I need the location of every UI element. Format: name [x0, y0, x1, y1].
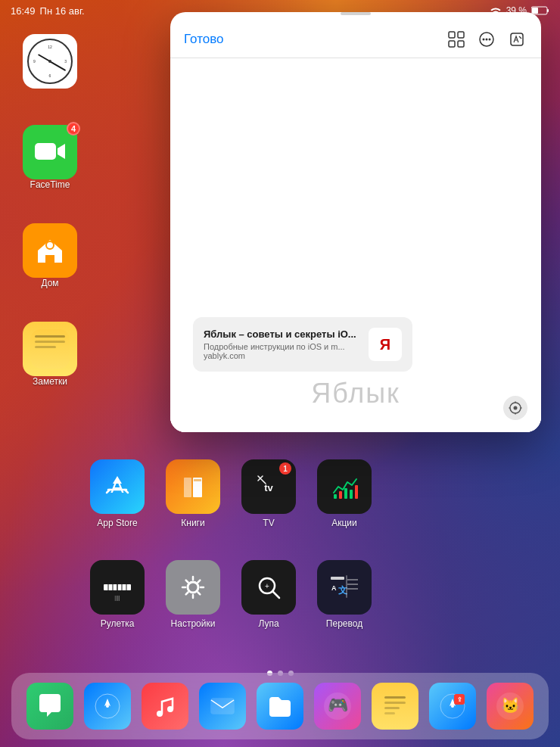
svg-rect-2 [547, 9, 549, 12]
svg-marker-4 [58, 144, 65, 159]
svg-point-11 [483, 39, 485, 41]
main-apps-row2: |||| Рулетка Настройки + Лупа [87, 560, 375, 629]
app-clock[interactable]: 12 6 3 9 [23, 34, 77, 89]
svg-rect-8 [449, 41, 455, 47]
wifi-icon [490, 6, 502, 15]
app-roulette[interactable]: |||| Рулетка [87, 560, 148, 629]
safari-grid-button[interactable] [446, 29, 467, 50]
svg-point-18 [514, 406, 518, 410]
messages-icon [36, 693, 64, 720]
translate-icon: A 文 [328, 571, 361, 604]
translate-label: Перевод [326, 618, 362, 629]
magnifier-label: Лупа [258, 618, 278, 629]
svg-rect-44 [331, 577, 344, 580]
safari-content: Яблык – советы и секреты iO... Подробные… [170, 58, 541, 432]
dock-messages[interactable] [26, 683, 73, 730]
safari-card: Готово [170, 12, 541, 432]
location-icon [509, 401, 522, 415]
tv-icon: tv [252, 470, 285, 503]
settings-icon [176, 571, 210, 604]
safari-icon [94, 693, 121, 720]
svg-rect-28 [334, 494, 337, 499]
app-facetime[interactable]: 4 FaceTime [23, 125, 77, 190]
app-magnifier[interactable]: + Лупа [238, 560, 299, 629]
status-right-area: 39 % [490, 5, 549, 16]
facetime-label: FaceTime [23, 179, 77, 190]
books-label: Книги [181, 518, 204, 528]
svg-point-54 [157, 711, 163, 717]
safari-edit-button[interactable] [506, 29, 527, 50]
status-day: Пн 16 авг. [40, 5, 85, 17]
dock-game[interactable]: 🎮 [314, 683, 361, 730]
svg-rect-56 [211, 699, 234, 714]
svg-rect-7 [458, 32, 464, 38]
roulette-label: Рулетка [101, 618, 135, 629]
dock: 🎮 ⇪ 🐱 [11, 673, 549, 739]
safari2-icon: ⇪ [439, 693, 466, 720]
tab-url: yablyk.com [204, 351, 359, 360]
safari-done-button[interactable]: Готово [184, 32, 224, 47]
status-time-area: 16:49 Пн 16 авг. [11, 5, 85, 17]
svg-rect-6 [449, 32, 455, 38]
svg-text:⇪: ⇪ [457, 696, 462, 703]
dock-safari[interactable] [84, 683, 131, 730]
appstore-icon: A [101, 470, 134, 503]
status-bar: 16:49 Пн 16 авг. 39 % [0, 0, 560, 21]
stocks-icon [328, 470, 361, 503]
safari-more-button[interactable] [476, 29, 497, 50]
svg-text:+: + [265, 582, 269, 590]
books-icon [176, 470, 210, 503]
svg-rect-50 [346, 575, 347, 598]
stocks-label: Акции [331, 518, 357, 528]
svg-rect-31 [350, 490, 353, 499]
grid-icon [448, 31, 465, 48]
tab-subtitle: Подробные инструкции по iOS и m... [204, 342, 359, 351]
app-translate[interactable]: A 文 Перевод [314, 560, 375, 629]
tab-title: Яблык – советы и секреты iO... [204, 328, 359, 340]
svg-text:A: A [331, 584, 337, 592]
facetime-icon-svg [33, 139, 67, 165]
dock-files[interactable] [257, 683, 303, 730]
game-icon: 🎮 [322, 691, 353, 721]
svg-rect-9 [458, 41, 464, 47]
svg-text:||||: |||| [114, 595, 120, 601]
settings-label: Настройки [171, 618, 216, 629]
home-icon-svg [35, 235, 65, 266]
svg-rect-26 [194, 479, 201, 481]
app-home[interactable]: Дом [23, 223, 77, 288]
tab-card[interactable]: Яблык – советы и секреты iO... Подробные… [193, 317, 412, 372]
app-settings[interactable]: Настройки [163, 560, 223, 629]
mail-icon [209, 693, 236, 720]
app-books[interactable]: Книги [163, 459, 223, 528]
dock-safari2[interactable]: ⇪ [429, 683, 476, 730]
svg-point-13 [489, 39, 491, 41]
more-icon [478, 31, 495, 48]
app-notes[interactable]: Заметки [23, 322, 77, 387]
svg-rect-1 [532, 8, 538, 14]
battery-icon [531, 6, 549, 15]
files-icon [266, 693, 294, 720]
svg-point-40 [188, 582, 198, 593]
tv-label: TV [263, 518, 274, 528]
notes-label: Заметки [23, 376, 77, 387]
main-apps-row1: A App Store Книги tv 1 TV [87, 459, 375, 528]
svg-point-55 [167, 706, 173, 712]
app-tv[interactable]: tv 1 TV [238, 459, 299, 528]
svg-rect-32 [355, 485, 358, 499]
app-stocks[interactable]: Акции [314, 459, 375, 528]
music-icon [151, 693, 179, 720]
svg-rect-30 [344, 488, 347, 499]
dock-music[interactable] [142, 683, 188, 730]
mystery-icon: 🐱 [495, 691, 525, 721]
svg-line-16 [519, 36, 521, 39]
safari-location-button[interactable] [503, 396, 527, 420]
appstore-label: App Store [97, 518, 137, 528]
facetime-badge: 4 [67, 122, 80, 135]
svg-point-61 [451, 705, 454, 708]
app-appstore[interactable]: A App Store [87, 459, 148, 528]
svg-point-12 [486, 39, 488, 41]
dock-mystery[interactable]: 🐱 [487, 683, 534, 730]
dock-notes[interactable] [372, 683, 418, 730]
dock-mail[interactable] [199, 683, 246, 730]
svg-text:🎮: 🎮 [328, 695, 349, 715]
